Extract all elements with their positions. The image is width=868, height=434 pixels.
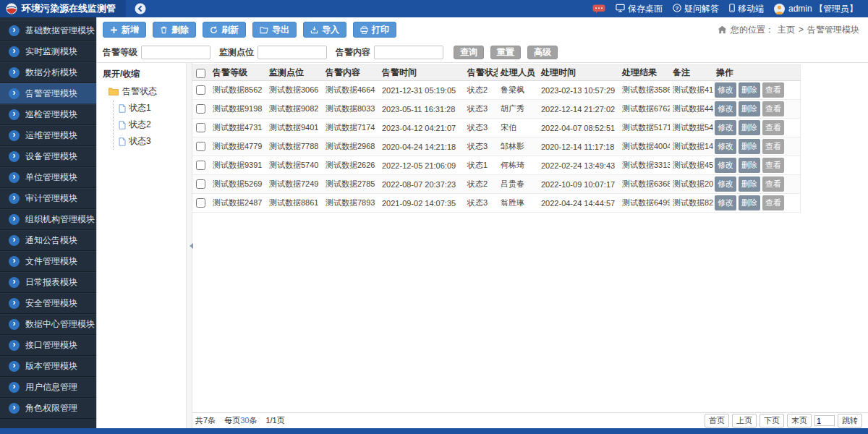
first-page-button[interactable]: 首页 (705, 414, 729, 427)
panel-collapse-handle[interactable] (187, 63, 192, 428)
next-page-button[interactable]: 下页 (760, 414, 784, 427)
sidebar-item-通知公告模块[interactable]: ›通知公告模块 (0, 230, 96, 251)
alarm-level-input[interactable] (141, 46, 210, 59)
table-row: 测试数据4779测试数据7788测试数据29682020-04-24 14:21… (192, 137, 800, 156)
phone-icon (729, 4, 735, 14)
sidebar-item-告警管理模块[interactable]: ›告警管理模块 (0, 83, 96, 104)
delete-row-button[interactable]: 删除 (739, 158, 760, 173)
refresh-button[interactable]: 刷新 (203, 22, 246, 38)
message-badge-icon[interactable] (592, 4, 605, 14)
delete-row-button[interactable]: 删除 (739, 82, 760, 98)
sidebar-item-label: 用户信息管理 (25, 381, 77, 393)
page-jump-button[interactable]: 跳转 (838, 414, 862, 427)
nav-save-desktop[interactable]: 保存桌面 (616, 3, 663, 15)
view-button[interactable]: 查看 (762, 139, 784, 154)
alarm-table-wrap: 告警等级监测点位告警内容告警时间告警状态处理人员处理时间处理结果备注操作 测试数… (192, 63, 868, 412)
delete-row-button[interactable]: 删除 (739, 139, 760, 154)
delete-row-button[interactable]: 删除 (739, 101, 760, 116)
export-icon (260, 26, 268, 34)
sidebar-item-用户信息管理[interactable]: ›用户信息管理 (0, 377, 96, 398)
delete-row-button[interactable]: 删除 (739, 176, 760, 192)
view-button[interactable]: 查看 (762, 158, 784, 173)
sidebar-item-label: 接口管理模块 (25, 339, 77, 352)
chevron-circle-icon: › (9, 88, 20, 99)
file-icon (119, 121, 126, 129)
sidebar-item-审计管理模块[interactable]: ›审计管理模块 (0, 188, 96, 209)
tree-children: 状态1状态2状态3 (113, 100, 183, 150)
tree-expand-toggle[interactable]: 展开/收缩 (101, 67, 183, 83)
row-checkbox[interactable] (196, 198, 205, 208)
edit-button[interactable]: 修改 (715, 176, 736, 192)
sidebar-item-角色权限管理[interactable]: ›角色权限管理 (0, 398, 96, 419)
sidebar-item-日常报表模块[interactable]: ›日常报表模块 (0, 272, 96, 293)
sidebar-item-文件管理模块[interactable]: ›文件管理模块 (0, 251, 96, 272)
row-checkbox[interactable] (196, 85, 205, 95)
filter-fields: 告警等级监测点位告警内容 (103, 46, 443, 59)
sidebar-item-数据分析模块[interactable]: ›数据分析模块 (0, 62, 96, 83)
last-page-button[interactable]: 末页 (787, 414, 812, 427)
per-page-count[interactable]: 30 (240, 416, 249, 425)
alarm-content-input[interactable] (374, 46, 443, 59)
sidebar-item-巡检管理模块[interactable]: ›巡检管理模块 (0, 104, 96, 125)
print-button[interactable]: 打印 (353, 22, 396, 38)
prev-page-button[interactable]: 上页 (732, 414, 757, 427)
edit-button[interactable]: 修改 (715, 82, 736, 98)
row-checkbox[interactable] (196, 179, 205, 189)
export-button[interactable]: 导出 (252, 22, 297, 38)
reset-button[interactable]: 重置 (490, 46, 521, 59)
nav-mobile[interactable]: 移动端 (729, 3, 764, 15)
monitor-point-input[interactable] (258, 46, 327, 59)
select-all-checkbox[interactable] (196, 69, 205, 78)
tree-node-状态3[interactable]: 状态3 (114, 133, 183, 150)
edit-button[interactable]: 修改 (715, 101, 736, 116)
user-menu[interactable]: admin 【管理员】 (774, 3, 858, 15)
sidebar-item-安全管理模块[interactable]: ›安全管理模块 (0, 293, 96, 314)
page-jump-input[interactable] (814, 415, 835, 426)
delete-row-button[interactable]: 删除 (739, 195, 760, 210)
refresh-icon (210, 26, 218, 34)
view-button[interactable]: 查看 (762, 195, 784, 210)
delete-row-button[interactable]: 删除 (739, 120, 760, 135)
sidebar-item-数据中心管理模块[interactable]: ›数据中心管理模块 (0, 314, 96, 335)
footer-bar (0, 428, 868, 434)
row-checkbox[interactable] (196, 104, 205, 114)
row-checkbox[interactable] (196, 161, 205, 170)
sidebar-item-接口管理模块[interactable]: ›接口管理模块 (0, 335, 96, 356)
sidebar-item-实时监测模块[interactable]: ›实时监测模块 (0, 41, 96, 62)
sidebar-item-单位管理模块[interactable]: ›单位管理模块 (0, 167, 96, 188)
row-checkbox[interactable] (196, 123, 205, 132)
sidebar-item-版本管理模块[interactable]: ›版本管理模块 (0, 356, 96, 377)
add-button[interactable]: 新增 (103, 22, 146, 38)
question-icon: ? (673, 4, 681, 14)
search-button[interactable]: 查询 (454, 46, 484, 59)
view-button[interactable]: 查看 (762, 176, 784, 192)
row-checkbox[interactable] (196, 142, 205, 151)
filter-bar: 告警等级监测点位告警内容 查询重置高级 (97, 42, 868, 62)
edit-button[interactable]: 修改 (715, 139, 736, 154)
sidebar-item-运维管理模块[interactable]: ›运维管理模块 (0, 125, 96, 146)
breadcrumb-home-link[interactable]: 主页 (778, 24, 795, 36)
edit-button[interactable]: 修改 (715, 158, 736, 173)
view-button[interactable]: 查看 (762, 120, 784, 135)
file-icon (119, 104, 126, 113)
sidebar-item-组织机构管理模块[interactable]: ›组织机构管理模块 (0, 209, 96, 230)
sidebar-item-设备管理模块[interactable]: ›设备管理模块 (0, 146, 96, 167)
tree-node-状态1[interactable]: 状态1 (114, 100, 183, 116)
view-button[interactable]: 查看 (762, 101, 784, 116)
sidebar-item-label: 审计管理模块 (25, 192, 77, 205)
advanced-button[interactable]: 高级 (527, 46, 558, 59)
status-tree-panel: 展开/收缩 告警状态 状态1状态2状态3 (97, 63, 187, 428)
view-button[interactable]: 查看 (762, 82, 784, 98)
edit-button[interactable]: 修改 (715, 120, 736, 135)
delete-button[interactable]: 删除 (153, 22, 196, 38)
import-icon (310, 26, 318, 34)
back-arrow-icon[interactable] (135, 3, 146, 14)
tree-node-状态2[interactable]: 状态2 (114, 116, 183, 133)
nav-help[interactable]: ? 疑问解答 (673, 3, 719, 15)
edit-button[interactable]: 修改 (715, 195, 736, 210)
chevron-circle-icon: › (9, 130, 20, 141)
import-button[interactable]: 导入 (303, 22, 346, 38)
sidebar-item-基础数据管理模块[interactable]: ›基础数据管理模块 (0, 20, 96, 41)
tree-folder-alarm-status[interactable]: 告警状态 (101, 83, 183, 100)
toolbar-buttons: 新增删除刷新导出导入打印 (103, 22, 396, 38)
